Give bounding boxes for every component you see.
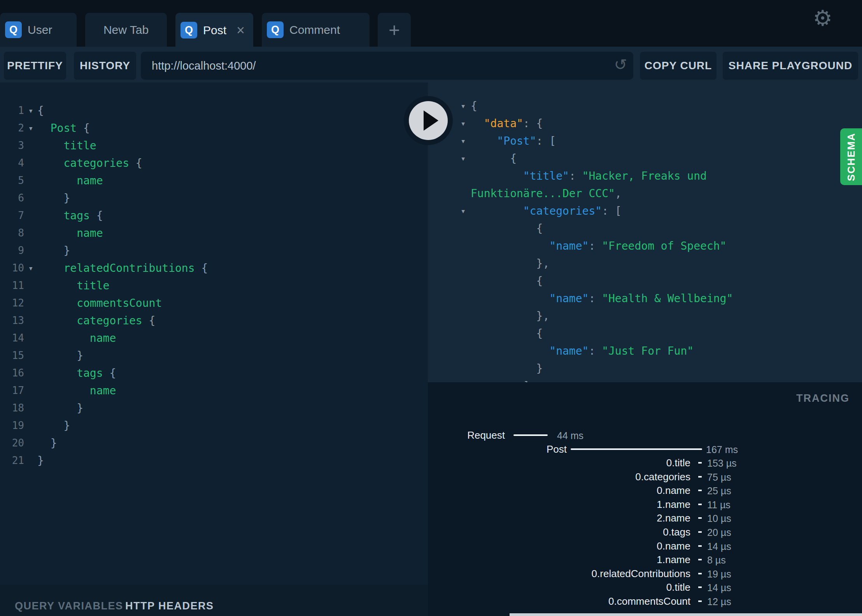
fold-arrow-icon — [24, 452, 37, 469]
graphql-playground-window: Q User New Tab Q Post × Q Comment + ⚙ PR… — [0, 0, 862, 616]
tab-label: Comment — [289, 23, 340, 37]
line-number: 21 — [0, 452, 24, 469]
tracing-horizontal-scrollbar[interactable] — [510, 613, 862, 616]
punctuation: } — [77, 349, 83, 362]
trace-label: 0.name — [428, 485, 690, 496]
close-tab-icon[interactable]: × — [237, 23, 245, 37]
fold-arrow-icon[interactable]: ▾ — [461, 97, 471, 115]
editor-line: 16tags { — [0, 364, 428, 382]
copy-curl-button[interactable]: COPY CURL — [640, 52, 717, 80]
add-tab-button[interactable]: + — [378, 13, 411, 47]
fold-arrow-icon — [24, 137, 37, 154]
trace-label: 0.title — [428, 581, 690, 593]
schema-tab[interactable]: SCHEMA — [840, 128, 862, 185]
editor-line: 9} — [0, 242, 428, 259]
line-number: 4 — [0, 154, 24, 172]
editor-line: 7tags { — [0, 207, 428, 224]
editor-line: 20} — [0, 434, 428, 452]
line-number: 9 — [0, 242, 24, 259]
response-line: "name": "Freedom of Speech" — [461, 237, 862, 255]
punctuation: { — [37, 104, 44, 117]
query-field: name — [77, 174, 103, 187]
editor-line: 17name — [0, 382, 428, 399]
json-key: "name" — [549, 240, 589, 252]
fold-arrow-icon[interactable]: ▾ — [24, 259, 37, 277]
fold-arrow-icon — [24, 399, 37, 417]
tab-new-tab[interactable]: New Tab — [85, 13, 167, 47]
share-playground-button[interactable]: SHARE PLAYGROUND — [723, 52, 858, 80]
trace-duration-dash — [698, 573, 702, 574]
trace-row: Post 167 ms — [428, 443, 862, 455]
tab-user[interactable]: Q User — [0, 13, 77, 47]
fold-arrow-icon[interactable]: ▾ — [461, 150, 471, 167]
query-field: name — [90, 332, 116, 345]
editor-line: 10▾relatedContributions { — [0, 259, 428, 277]
line-number: 14 — [0, 329, 24, 347]
execute-query-button[interactable] — [404, 96, 453, 145]
json-key: "title" — [523, 170, 569, 182]
fold-arrow-icon — [24, 172, 37, 189]
fold-arrow-icon — [461, 342, 471, 360]
history-button[interactable]: HISTORY — [74, 52, 136, 80]
response-line: }, — [461, 307, 862, 325]
editor-line: 4categories { — [0, 154, 428, 172]
editor-line: 19} — [0, 417, 428, 434]
fold-arrow-icon[interactable]: ▾ — [461, 115, 471, 132]
trace-label: Request — [428, 429, 505, 441]
query-badge: Q — [180, 22, 197, 38]
trace-duration: 14 µs — [707, 582, 731, 593]
schema-tab-label: SCHEMA — [845, 133, 857, 181]
fold-arrow-icon — [24, 224, 37, 242]
trace-duration-dash — [698, 600, 702, 602]
fold-arrow-icon[interactable]: ▾ — [461, 132, 471, 150]
fold-arrow-icon — [24, 434, 37, 452]
line-number: 16 — [0, 364, 24, 382]
trace-label: 0.tags — [428, 526, 690, 538]
punctuation: } — [51, 437, 57, 450]
tab-label: New Tab — [103, 23, 149, 37]
json-key: "name" — [549, 345, 589, 357]
trace-label: 2.name — [428, 512, 690, 524]
line-number: 17 — [0, 382, 24, 399]
editor-line: 13categories { — [0, 312, 428, 329]
fold-arrow-icon[interactable]: ▾ — [461, 202, 471, 220]
query-field: Post — [51, 122, 77, 135]
fold-arrow-icon — [461, 167, 471, 185]
reload-icon[interactable]: ↺ — [614, 56, 627, 74]
response-line: Funktionäre...Der CCC", — [461, 185, 862, 202]
url-input[interactable] — [141, 52, 633, 80]
line-number: 3 — [0, 137, 24, 154]
tab-comment[interactable]: Q Comment — [262, 13, 370, 47]
editor-line: 6} — [0, 189, 428, 207]
settings-gear-icon[interactable]: ⚙ — [813, 5, 832, 31]
fold-arrow-icon[interactable]: ▾ — [24, 119, 37, 137]
trace-duration-dash — [698, 517, 702, 519]
tab-label: Post — [203, 24, 226, 37]
punctuation: { — [103, 367, 116, 380]
trace-duration: 25 µs — [707, 485, 731, 497]
trace-row: 1.name 11 µs — [428, 499, 862, 510]
http-headers-tab[interactable]: HTTP HEADERS — [125, 600, 214, 612]
tab-post[interactable]: Q Post × — [175, 13, 253, 47]
fold-arrow-icon[interactable]: ▾ — [24, 102, 37, 119]
tracing-title[interactable]: TRACING — [796, 392, 850, 404]
query-variables-tab[interactable]: QUERY VARIABLES — [15, 600, 123, 612]
trace-label: 0.name — [428, 540, 690, 552]
response-line: ▾{ — [461, 97, 862, 115]
fold-arrow-icon — [461, 377, 471, 382]
line-number: 7 — [0, 207, 24, 224]
response-line: { — [461, 220, 862, 237]
query-field: relatedContributions — [63, 262, 194, 275]
line-number: 5 — [0, 172, 24, 189]
trace-row: 0.commentsCount 12 µs — [428, 595, 862, 607]
response-line: ] — [461, 377, 862, 382]
line-number: 8 — [0, 224, 24, 242]
prettify-button[interactable]: PRETTIFY — [4, 52, 66, 80]
editor-line: 18} — [0, 399, 428, 417]
query-editor[interactable]: 1▾{ 2▾Post { 3title 4categories { 5name … — [0, 82, 428, 584]
tracing-panel: TRACING Request 44 ms Post 167 ms 0.titl… — [428, 382, 862, 616]
fold-arrow-icon — [461, 237, 471, 255]
punctuation: { — [195, 262, 208, 275]
trace-row: Request 44 ms — [428, 429, 862, 441]
trace-duration: 14 µs — [707, 541, 731, 552]
